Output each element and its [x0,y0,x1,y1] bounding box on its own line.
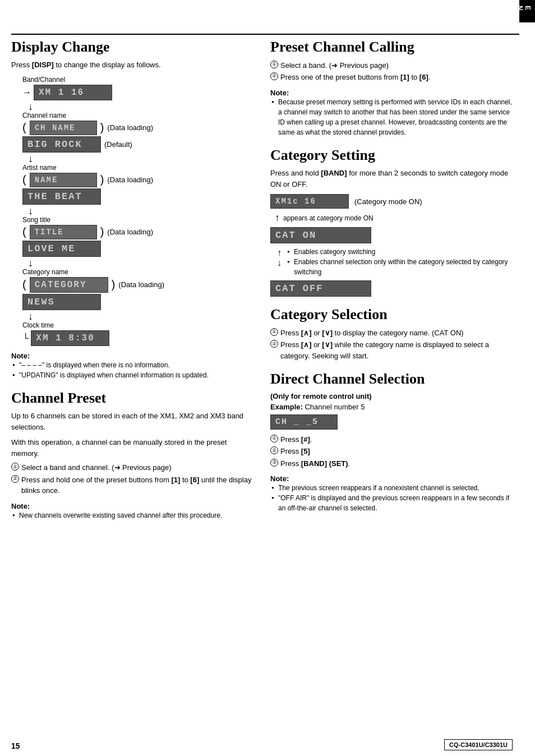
step-num-2: ② [11,475,19,483]
band-channel-label: Band/Channel [22,76,253,84]
lcd-cat-on: CAT ON [270,227,371,243]
dcs-note-title: Note: [270,474,513,483]
display-change-title: Display Change [11,39,253,56]
direct-channel-steps: ① Press [#]. ② Press [5] ③ Press [BAND] … [270,434,513,469]
lcd-cat-off-container: CAT OFF [270,280,513,297]
lcd-clock-time: XM 1 8:30 [31,330,109,346]
channel-preset-step-2: ② Press and hold one of the preset butto… [11,474,253,496]
channel-preset-step-1: ① Select a band and channel. (➜ Previous… [11,462,253,473]
lcd-cat-mode-on: XM1c 16 [270,194,349,209]
bracket-close-4: ) [112,278,116,291]
cat-mode-on-note: (Category mode ON) [354,197,422,206]
lcd-artist-loading: NAME [30,173,97,187]
left-column: Display Change Press [DISP] to change th… [11,39,253,734]
display-change-note-1: "– – – –" is displayed when there is no … [11,360,253,370]
model-label: CQ-C3401U/C3301U [444,739,513,750]
category-setting-section: Category Setting Press and hold [BAND] f… [270,147,513,297]
display-flow: Band/Channel → XM 1 16 ↓ Channel name ( … [22,76,253,346]
data-loading-label-4: (Data loading) [118,280,164,289]
lcd-cat-on-container: CAT ON [270,227,513,243]
preset-calling-note-1: Because preset memory setting is perform… [270,97,513,137]
channel-preset-steps: ① Select a band and channel. (➜ Previous… [11,462,253,496]
dcs-note-2: "OFF AIR" is displayed and the previous … [270,493,513,513]
arrow-down-2: ↓ [28,154,253,164]
lcd-band-channel: XM 1 16 [34,85,112,100]
channel-preset-intro2: With this operation, a channel can be ma… [11,437,253,459]
dcs-step-1: ① Press [#]. [270,434,513,445]
bracket-close-3: ) [100,225,104,238]
side-tab: ENGLISH 14 [519,0,535,22]
display-change-intro: Press [DISP] to change the display as fo… [11,60,253,70]
dcs-num-1: ① [270,435,278,442]
section-number: 14 [464,9,476,18]
direct-channel-example: Example: Channel number 5 [270,403,513,411]
category-selection-section: Category Selection ① Press [∧] or [∨] to… [270,307,513,361]
dcs-num-2: ② [270,446,278,454]
channel-preset-notes: Note: New channels overwrite existing sa… [11,502,253,520]
bracket-close-2: ) [100,173,104,186]
arrow-down-5: ↓ [28,311,253,321]
song-title-label: Song title [22,216,253,224]
cs-num-2: ② [270,340,278,348]
bracket-open-1: ( [22,121,26,134]
bracket-open-2: ( [22,173,26,186]
display-change-section: Display Change Press [DISP] to change th… [11,39,253,380]
bracket-close-1: ) [100,121,104,134]
appears-label-row: ↑ appears at category mode ON [275,212,513,224]
display-change-note-title: Note: [11,352,253,360]
cat-bullet-list: Enables category switching Enables chann… [286,247,513,277]
cat-bullets: ↑ ↓ Enables category switching Enables c… [277,247,513,277]
display-change-note-2: "UPDATING" is displayed when channel inf… [11,370,253,380]
dcs-num-3: ③ [270,459,278,467]
cat-selection-step-2: ② Press [∧] or [∨] while the category na… [270,339,513,361]
pcs-num-2: ② [270,72,278,80]
direct-channel-title: Direct Channel Selection [270,371,513,388]
lcd-category-loading: CATEGORY [30,277,108,293]
display-change-notes: Note: "– – – –" is displayed when there … [11,352,253,380]
lcd-ch-name-loading: CH NAME [30,121,97,135]
lcd-category-default: NEWS [22,294,101,310]
dcs-step-2: ② Press [5] [270,446,513,457]
channel-preset-note-1: New channels overwrite existing saved ch… [11,510,253,520]
channel-preset-title: Channel Preset [11,390,253,407]
page-number-bottom: 15 [11,741,20,750]
category-name-label: Category name [22,268,253,276]
cat-bullet-2: Enables channel selection only within th… [286,257,513,277]
bracket-open-3: ( [22,225,26,238]
cat-selection-steps: ① Press [∧] or [∨] to display the catego… [270,328,513,362]
arrow-down-4: ↓ [28,258,253,268]
dcs-note-1: The previous screen reappears if a nonex… [270,483,513,493]
direct-channel-subtitle: (Only for remote control unit) [270,392,513,400]
cat-selection-step-1: ① Press [∧] or [∨] to display the catego… [270,328,513,339]
lcd-ch-example: CH _ _5 [270,414,338,430]
preset-calling-note-title: Note: [270,89,513,97]
channel-preset-note-title: Note: [11,502,253,510]
data-loading-label-2: (Data loading) [107,176,153,184]
category-selection-title: Category Selection [270,307,513,323]
preset-calling-notes: Note: Because preset memory setting is p… [270,89,513,137]
channel-name-label: Channel name [22,112,253,119]
channel-preset-section: Channel Preset Up to 6 channels can be s… [11,390,253,520]
arrow-down-1: ↓ [28,102,253,112]
channel-preset-intro: Up to 6 channels can be stored in each o… [11,411,253,432]
step-num-1: ① [11,463,19,471]
cs-num-1: ① [270,328,278,336]
lcd-ch-name-default: BIG ROCK [22,136,101,153]
category-setting-intro: Press and hold [BAND] for more than 2 se… [270,168,513,190]
main-content: Display Change Press [DISP] to change th… [11,39,513,734]
data-loading-label-1: (Data loading) [107,123,153,132]
direct-channel-notes: Note: The previous screen reappears if a… [270,474,513,513]
category-setting-title: Category Setting [270,147,513,164]
arrow-down-3: ↓ [28,206,253,216]
direct-channel-section: Direct Channel Selection (Only for remot… [270,371,513,513]
artist-name-label: Artist name [22,164,253,172]
preset-channel-calling-title: Preset Channel Calling [270,39,513,56]
lcd-direct-channel: CH _ _5 [270,414,513,430]
top-border [11,34,519,35]
data-loading-label-3: (Data loading) [107,228,153,236]
preset-channel-calling-section: Preset Channel Calling ① Select a band. … [270,39,513,137]
preset-calling-steps: ① Select a band. (➜ Previous page) ② Pre… [270,60,513,83]
bidirectional-arrow: ↑ ↓ [277,248,282,277]
preset-calling-step-2: ② Press one of the preset buttons from [… [270,72,513,83]
appears-label: appears at category mode ON [283,214,373,222]
